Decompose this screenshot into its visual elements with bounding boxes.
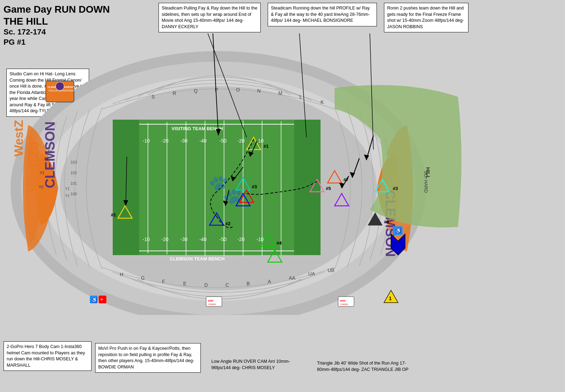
svg-text:P: P [215,87,218,93]
svg-text:+more: +more [208,303,216,306]
stadium-diagram: CLEMSON CLEMSON HILL SO. HARD -10 -20 [0,33,476,315]
svg-text:-10: -10 [143,138,150,144]
annotation-top-far-right: Ronin 2 pushes team down the Hill and ge… [384,3,468,32]
svg-text:X1: X1 [44,157,49,161]
main-title: Game Day RUN DOWN THE HILL [4,4,116,27]
svg-text:#3: #3 [252,184,257,189]
svg-text:-30: -30 [180,138,187,144]
svg-text:-50: -50 [219,138,226,144]
svg-text:-10: -10 [143,236,150,242]
svg-text:101: 101 [70,181,77,185]
svg-text:E: E [183,281,186,286]
svg-text:#4: #4 [277,240,282,246]
svg-text:C: C [225,282,229,288]
svg-text:WestZo: WestZo [26,141,42,192]
svg-text:-50: -50 [219,236,226,242]
svg-text:D: D [204,282,208,288]
svg-text:L: L [299,94,302,100]
svg-text:K: K [321,99,324,105]
svg-text:Q: Q [194,88,198,94]
svg-text:-40: -40 [199,236,206,242]
svg-text:wild: wild [207,299,213,302]
svg-text:#5: #5 [326,186,331,191]
svg-text:UA: UA [308,271,315,277]
svg-text:-10: -10 [256,138,263,144]
svg-text:-20: -20 [237,236,244,242]
annotation-bottom-center-left: MoVi Pro Push in on Fay & Kaycee//Potts,… [95,343,201,373]
svg-text:A: A [268,279,271,284]
svg-text:CLEMSON: CLEMSON [43,121,57,188]
svg-text:G: G [141,275,145,281]
svg-text:wild: wild [340,299,346,302]
svg-text:T1: T1 [48,150,52,154]
svg-text:M: M [278,90,282,96]
svg-text:-30: -30 [180,236,187,242]
svg-rect-11 [294,120,321,255]
annotation-bottom-left: 2-GoPro Hero 7 Body Cam 1-Insta360 helme… [4,341,92,371]
svg-text:VISITING TEAM BENCH: VISITING TEAM BENCH [172,126,223,131]
svg-text:-20: -20 [237,138,244,144]
main-container: Game Day RUN DOWN THE HILL Sc. 172-174 P… [0,0,565,392]
svg-text:-20: -20 [161,236,168,242]
svg-text:♿: ♿ [91,297,98,303]
svg-text:🐾: 🐾 [208,172,243,206]
svg-text:#1: #1 [263,144,268,149]
svg-text:B: B [247,281,250,286]
annotation-bottom-center: Low Angle RUN OVER CAM Arri 10mm- 96fps/… [211,359,299,371]
svg-text:R: R [173,90,176,96]
svg-text:+more: +more [340,303,348,306]
svg-text:1: 1 [389,296,392,301]
svg-text:Y2: Y2 [65,194,70,198]
svg-text:F: F [162,279,165,284]
svg-text:100: 100 [70,192,77,196]
svg-text:H: H [120,272,123,277]
svg-text:N: N [257,88,261,94]
svg-text:Y1: Y1 [65,187,70,191]
svg-text:UB: UB [328,267,334,273]
svg-text:WestZ: WestZ [12,120,25,157]
svg-text:103: 103 [70,160,77,164]
svg-text:SO. HARD: SO. HARD [423,171,429,193]
svg-point-111 [56,82,64,90]
svg-text:-10: -10 [256,236,263,242]
svg-text:#1: #1 [111,212,116,217]
svg-text:#3: #3 [393,186,398,191]
annotation-bottom-right: Triangle Jib 40' Wide Shot of the Run An… [317,360,409,373]
svg-text:AA: AA [289,275,296,281]
svg-text:#6: #6 [384,219,389,225]
svg-text:-40: -40 [199,138,206,144]
svg-text:#2: #2 [225,221,230,226]
svg-text:-20: -20 [161,138,168,144]
svg-text:+: + [100,296,103,302]
svg-text:102: 102 [70,171,77,175]
annotation-top-center: Steadicam Pulling Fay & Ray down the Hil… [159,3,261,32]
annotation-top-right-center: Steadicam Running down the hill PROFILE … [268,3,377,26]
svg-text:CLEMSON TEAM BENCH: CLEMSON TEAM BENCH [170,256,224,261]
svg-text:S: S [151,94,155,100]
svg-text:♿: ♿ [395,228,402,234]
svg-text:O: O [236,87,240,93]
